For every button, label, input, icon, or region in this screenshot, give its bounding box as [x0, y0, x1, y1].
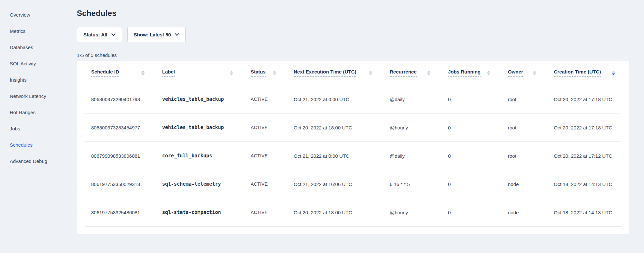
sort-descending-triangle-icon [273, 73, 276, 75]
cell-owner: node [502, 181, 548, 187]
table-body: 806800373290401793vehicles_table_backupA… [85, 85, 621, 227]
sort-icon [612, 71, 615, 75]
column-header-status[interactable]: Status [245, 61, 288, 85]
status-filter-label: Status: All [83, 32, 107, 37]
cell-jobs_running: 0 [442, 153, 502, 159]
chevron-down-icon [111, 33, 116, 36]
sidebar-item-advanced-debug[interactable]: Advanced Debug [0, 153, 77, 169]
cell-next_execution: Oct 20, 2022 at 18:00 UTC [288, 210, 384, 215]
column-header-label: Owner [508, 69, 523, 77]
sidebar-item-label: Schedules [10, 142, 33, 148]
sort-ascending-triangle-icon [427, 71, 430, 73]
sidebar-item-overview[interactable]: Overview [0, 7, 77, 23]
cell-owner: node [502, 210, 548, 215]
cell-id: 806800373290401793 [85, 97, 156, 102]
column-header-creation-time-utc[interactable]: Creation Time (UTC) [548, 61, 621, 85]
cell-status: ACTIVE [245, 210, 288, 215]
column-header-recurrence[interactable]: Recurrence [384, 61, 442, 85]
sidebar-item-jobs[interactable]: Jobs [0, 120, 77, 137]
cell-next_execution: Oct 20, 2022 at 18:00 UTC [288, 125, 384, 130]
cell-creation_time: Oct 18, 2022 at 14:13 UTC [548, 210, 621, 215]
main-content: Schedules Status: All Show: Latest 50 1-… [77, 0, 644, 253]
cell-owner: root [502, 125, 548, 130]
sidebar-item-label: Advanced Debug [10, 158, 47, 164]
show-filter-label: Show: Latest 50 [134, 32, 171, 37]
cell-next_execution: Oct 21, 2022 at 0:00 UTC [288, 97, 384, 102]
column-header-label: Label [162, 69, 175, 77]
sort-ascending-triangle-icon [273, 71, 276, 73]
sidebar-item-databases[interactable]: Databases [0, 39, 77, 55]
table-row: 806197753350029313sql-schema-telemetryAC… [85, 170, 621, 198]
sort-ascending-triangle-icon [487, 71, 490, 73]
cell-jobs_running: 0 [442, 125, 502, 130]
column-header-next-execution-time-utc[interactable]: Next Execution Time (UTC) [288, 61, 384, 85]
sidebar-item-hot-ranges[interactable]: Hot Ranges [0, 104, 77, 120]
column-header-label: Jobs Running [448, 69, 481, 77]
cell-status: ACTIVE [245, 125, 288, 130]
sidebar-item-label: Insights [10, 77, 27, 83]
sidebar-nav: OverviewMetricsDatabasesSQL ActivityInsi… [0, 0, 77, 253]
sort-descending-triangle-icon [141, 73, 145, 75]
sidebar-item-label: Databases [10, 45, 33, 50]
table-header-row: Schedule ID Label Status Next Execution … [85, 61, 621, 85]
cell-label: vehicles_table_backup [156, 125, 245, 130]
cell-id: 806800373283454977 [85, 125, 156, 130]
cell-label: sql-schema-telemetry [156, 181, 245, 187]
sort-descending-triangle-icon [230, 73, 233, 75]
cell-recurrence: @daily [384, 153, 442, 159]
cell-recurrence: @daily [384, 97, 442, 102]
sort-descending-triangle-icon [427, 73, 430, 75]
column-header-label: Status [251, 69, 266, 77]
column-header-jobs-running[interactable]: Jobs Running [442, 61, 502, 85]
sidebar-item-metrics[interactable]: Metrics [0, 23, 77, 39]
sidebar-item-label: Overview [10, 12, 30, 18]
cell-status: ACTIVE [245, 181, 288, 187]
column-header-label[interactable]: Label [156, 61, 245, 85]
schedules-table-card: Schedule ID Label Status Next Execution … [77, 61, 629, 234]
cell-status: ACTIVE [245, 97, 288, 102]
sort-descending-triangle-icon [612, 73, 615, 75]
cell-creation_time: Oct 18, 2022 at 14:13 UTC [548, 181, 621, 187]
sidebar-item-network-latency[interactable]: Network Latency [0, 88, 77, 104]
cell-next_execution: Oct 21, 2022 at 0:00 UTC [288, 153, 384, 159]
results-count: 1-5 of 5 schedules [77, 52, 629, 58]
chevron-down-icon [175, 33, 179, 36]
sidebar-item-label: Metrics [10, 28, 25, 34]
cell-recurrence: @hourly [384, 210, 442, 215]
column-header-schedule-id[interactable]: Schedule ID [85, 61, 156, 85]
sidebar-item-label: Jobs [10, 126, 20, 131]
sort-ascending-triangle-icon [612, 71, 615, 73]
sort-ascending-triangle-icon [141, 71, 145, 73]
sidebar-item-label: Hot Ranges [10, 110, 35, 115]
column-header-label: Schedule ID [91, 69, 119, 77]
sidebar-item-schedules[interactable]: Schedules [0, 137, 77, 153]
sidebar-item-insights[interactable]: Insights [0, 72, 77, 88]
sort-icon [273, 71, 276, 75]
page-title: Schedules [77, 8, 629, 18]
sort-ascending-triangle-icon [369, 71, 372, 73]
sort-ascending-triangle-icon [533, 71, 536, 73]
cell-label: vehicles_table_backup [156, 96, 245, 102]
cell-jobs_running: 0 [442, 210, 502, 215]
sort-icon [230, 71, 233, 75]
status-filter-dropdown[interactable]: Status: All [77, 27, 122, 42]
cell-id: 806799098533806081 [85, 153, 156, 159]
cell-label: sql-stats-compaction [156, 209, 245, 215]
cell-recurrence: 6 16 * * 5 [384, 181, 442, 187]
cell-label: core_full_backups [156, 153, 245, 159]
cell-jobs_running: 0 [442, 97, 502, 102]
sidebar-item-sql-activity[interactable]: SQL Activity [0, 55, 77, 72]
sort-icon [427, 71, 430, 75]
column-header-label: Recurrence [390, 69, 417, 77]
cell-status: ACTIVE [245, 153, 288, 158]
sort-icon [369, 71, 372, 75]
cell-id: 806197753350029313 [85, 181, 156, 187]
cell-recurrence: @hourly [384, 125, 442, 130]
column-header-owner[interactable]: Owner [502, 61, 548, 85]
show-filter-dropdown[interactable]: Show: Latest 50 [127, 27, 186, 42]
table-row: 806800373283454977vehicles_table_backupA… [85, 113, 621, 142]
schedules-page: OverviewMetricsDatabasesSQL ActivityInsi… [0, 0, 644, 253]
cell-creation_time: Oct 20, 2022 at 17:12 UTC [548, 153, 621, 159]
column-header-label: Next Execution Time (UTC) [294, 69, 356, 77]
sidebar-item-list: OverviewMetricsDatabasesSQL ActivityInsi… [0, 7, 77, 169]
